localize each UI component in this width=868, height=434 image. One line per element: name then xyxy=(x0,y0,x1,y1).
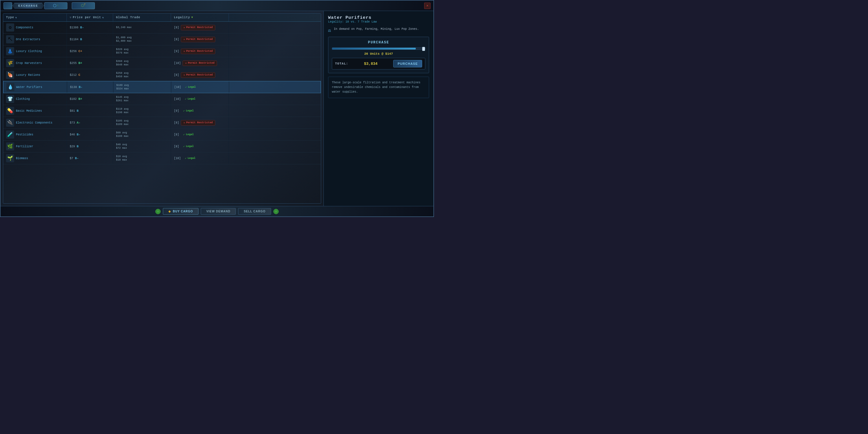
legality-num: [10] xyxy=(174,62,181,65)
buy-cargo-button[interactable]: ◆ BUY CARGO xyxy=(163,208,198,215)
sort-icon-price[interactable]: ⇅ xyxy=(102,16,104,19)
legality-badge: ✓ Legal xyxy=(181,108,196,114)
cell-trade-11: $10 avg $18 max xyxy=(113,153,171,164)
trade-avg: $110 avg xyxy=(116,107,128,111)
filter-icon-price[interactable]: ▽ xyxy=(70,16,71,19)
col-price-label: Price per Unit xyxy=(73,16,101,19)
table-row[interactable]: 🧪 Pesticides $46 B- $60 avg $108 max [8]… xyxy=(3,129,321,141)
table-row[interactable]: ⚙ Components $1386 B- $3,240 max [8] ✕ P… xyxy=(3,22,321,34)
grade-value: C xyxy=(79,73,81,77)
cell-price-8: $73 A- xyxy=(67,117,113,128)
legality-badge: ✕ Permit Restricted xyxy=(181,72,215,78)
cell-type-11: 🌱 Biomass xyxy=(3,153,67,164)
item-name: Luxury Rations xyxy=(16,73,40,77)
item-name: Fertilizer xyxy=(16,145,33,148)
price-value: $212 xyxy=(70,73,77,77)
col-legality: Legality ▼ xyxy=(171,13,229,22)
dot-right xyxy=(273,209,279,214)
cell-type-5: 💧 Water Purifiers xyxy=(3,81,67,93)
table-header: Type ⇅ ▽ Price per Unit ⇅ Global Trade L… xyxy=(3,13,321,22)
check-icon: ✓ xyxy=(183,145,185,148)
table-row[interactable]: ⛏ Ore Extractors $1184 B $1,600 avg $2,8… xyxy=(3,34,321,45)
cell-trade-9: $60 avg $108 max xyxy=(113,129,171,140)
purchase-slider[interactable] xyxy=(332,48,425,50)
trade-max: $576 max xyxy=(116,52,128,54)
scales-icon: ⚖ xyxy=(328,28,331,33)
cell-trade-4: $250 avg $450 max xyxy=(113,69,171,81)
item-icon: 🔌 xyxy=(6,119,14,127)
cell-trade-0: $3,240 max xyxy=(113,22,171,33)
sell-cargo-button[interactable]: SELL CARGO xyxy=(238,208,271,215)
item-icon: 👕 xyxy=(6,95,14,103)
table-row[interactable]: 🌾 Crop Harvesters $255 B+ $360 avg $648 … xyxy=(3,57,321,69)
table-row[interactable]: 💧 Water Purifiers $138 B- $180 avg $324 … xyxy=(3,81,321,93)
item-name: Components xyxy=(16,26,33,29)
top-left-icon xyxy=(3,2,12,9)
item-name: Ore Extractors xyxy=(16,38,40,41)
purchase-button[interactable]: PURCHASE xyxy=(393,60,422,67)
grade-value: B- xyxy=(79,85,83,89)
cell-trade-1: $1,600 avg $2,880 max xyxy=(113,34,171,45)
col-price: ▽ Price per Unit ⇅ xyxy=(67,13,113,22)
cell-type-8: 🔌 Electronic Components xyxy=(3,117,67,128)
cell-price-11: $7 B- xyxy=(67,153,113,164)
slider-fill xyxy=(332,48,416,50)
table-area: Type ⇅ ▽ Price per Unit ⇅ Global Trade L… xyxy=(1,11,323,206)
col-trade-label: Global Trade xyxy=(116,16,140,19)
trade-values: $320 avg $576 max xyxy=(116,48,128,54)
slider-thumb[interactable] xyxy=(422,47,425,51)
legality-badge: ✓ Legal xyxy=(181,144,196,149)
price-value: $255 xyxy=(70,62,77,65)
legality-badge: ✓ Legal xyxy=(181,132,196,137)
legality-badge: ✕ Permit Restricted xyxy=(181,37,215,42)
legality-badge: ✕ Permit Restricted xyxy=(181,25,215,30)
item-name: Electronic Components xyxy=(16,121,52,124)
dot-left xyxy=(155,209,161,214)
col-trade: Global Trade xyxy=(113,13,171,22)
table-body: ⚙ Components $1386 B- $3,240 max [8] ✕ P… xyxy=(3,22,321,164)
purchase-units: 26 Units @ $147 xyxy=(332,52,425,56)
cell-legality-11: [10] ✓ Legal xyxy=(171,153,229,164)
cell-trade-3: $360 avg $648 max xyxy=(113,57,171,69)
table-row[interactable]: 👗 Luxury Clothing $256 C+ $320 avg $576 … xyxy=(3,45,321,57)
item-icon: 🍖 xyxy=(6,71,14,79)
table-row[interactable]: 💊 Basic Medicines $81 B $110 avg $198 ma… xyxy=(3,105,321,117)
price-value: $256 xyxy=(70,50,77,53)
table-row[interactable]: 👕 Clothing $102 B+ $145 avg $261 max [10… xyxy=(3,93,321,105)
table-row[interactable]: 🌿 Fertilizer $29 B $40 avg $72 max [8] ✓… xyxy=(3,141,321,153)
cell-price-7: $81 B xyxy=(67,105,113,117)
close-button[interactable]: ✕ xyxy=(424,3,431,9)
view-demand-button[interactable]: VIEW DEMAND xyxy=(201,208,236,215)
filter-icon-legality[interactable]: ▼ xyxy=(191,16,193,19)
legality-badge: ✓ Legal xyxy=(183,85,198,90)
cell-type-9: 🧪 Pesticides xyxy=(3,129,67,140)
x-icon: ✕ xyxy=(183,121,185,124)
cell-price-9: $46 B- xyxy=(67,129,113,140)
trade-values: $40 avg $72 max xyxy=(116,143,127,150)
table-row[interactable]: 🔌 Electronic Components $73 A- $105 avg … xyxy=(3,117,321,129)
total-label: TOTAL: xyxy=(335,62,348,65)
purchase-total-row: TOTAL: $3,834 PURCHASE xyxy=(332,58,425,69)
nav-icon-2[interactable]: ⬡ 7 xyxy=(72,2,95,9)
nav-arrows[interactable]: ⬡ ↑ xyxy=(44,2,67,9)
detail-title-section: Water Purifiers Legality: 10 vs. 7 Trade… xyxy=(328,16,429,24)
item-description: These large-scale filtration and treatme… xyxy=(328,77,429,98)
item-name: Biomass xyxy=(16,157,28,160)
item-icon: 🌱 xyxy=(6,154,14,162)
right-panel: Water Purifiers Legality: 10 vs. 7 Trade… xyxy=(323,11,433,206)
table-row[interactable]: 🍖 Luxury Rations $212 C $250 avg $450 ma… xyxy=(3,69,321,81)
detail-item-title: Water Purifiers xyxy=(328,16,429,20)
item-icon: ⚙ xyxy=(6,24,14,32)
window-title: EXCHANGE xyxy=(12,3,44,9)
check-icon: ✓ xyxy=(185,86,187,89)
cell-legality-8: [8] ✕ Permit Restricted xyxy=(171,117,229,128)
grade-value: B xyxy=(80,38,82,41)
table-row[interactable]: 🌱 Biomass $7 B- $10 avg $18 max [10] ✓ L… xyxy=(3,153,321,164)
legality-badge: ✓ Legal xyxy=(183,97,197,101)
cell-trade-5: $180 avg $324 max xyxy=(114,81,171,93)
legality-num: [10] xyxy=(174,97,181,101)
sort-icon-type[interactable]: ⇅ xyxy=(16,16,17,19)
cell-legality-4: [8] ✕ Permit Restricted xyxy=(171,69,229,81)
item-name: Luxury Clothing xyxy=(16,50,42,53)
trade-max: $324 max xyxy=(116,87,129,90)
